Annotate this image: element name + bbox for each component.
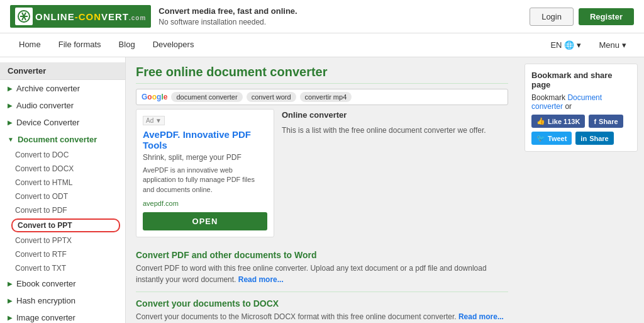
ad-label: Ad ▼ <box>143 116 165 125</box>
ad-box: Ad ▼ AvePDF. Innovative PDF Tools Shrink… <box>136 109 274 237</box>
menu-label: Menu <box>599 40 619 50</box>
section-pdf-to-word: Convert PDF and other documents to Word … <box>136 244 508 292</box>
register-button[interactable]: Register <box>579 8 634 25</box>
nav-blog[interactable]: Blog <box>110 33 144 57</box>
social-row-2: 🐦 Tweet in Share <box>531 132 631 145</box>
page-title: Free online document converter <box>136 65 508 84</box>
login-button[interactable]: Login <box>530 8 574 26</box>
section-desc: Convert PDF to word with this free onlin… <box>136 263 508 285</box>
tagline-strong: Convert media free, fast and online. <box>158 6 297 16</box>
tagline-sub: No software installation needed. <box>158 18 266 26</box>
sidebar-sub-convert-pdf[interactable]: Convert to PDF <box>0 203 125 217</box>
bookmark-box: Bookmark and share page Bookmark Documen… <box>525 64 638 152</box>
sidebar-item-archive[interactable]: ▶ Archive converter <box>0 80 125 97</box>
nav-file-formats[interactable]: File formats <box>50 33 110 57</box>
nav-menu[interactable]: Menu ▾ <box>591 35 634 55</box>
search-pill-document[interactable]: document converter <box>171 92 242 102</box>
thumbs-up-icon: 👍 <box>536 117 545 125</box>
open-button[interactable]: OPEN <box>143 212 267 230</box>
nav-right: EN 🌐 ▾ Menu ▾ <box>543 35 634 55</box>
linkedin-share-button[interactable]: in Share <box>575 132 613 145</box>
globe-icon: 🌐 <box>564 40 574 50</box>
linkedin-icon: in <box>580 135 587 142</box>
sidebar-sub-convert-pptx[interactable]: Convert to PPTX <box>0 234 125 247</box>
bookmark-text: Bookmark Document converter or <box>531 93 631 111</box>
share-icon: f <box>594 118 596 125</box>
ad-url: avepdf.com <box>143 200 267 207</box>
sidebar-item-document[interactable]: ▼ Document converter <box>0 131 125 148</box>
logo-text: ONLINE-CONVERT.com <box>35 11 146 22</box>
tweet-label: Tweet <box>548 135 567 142</box>
sidebar-label: Document converter <box>18 135 97 144</box>
logo[interactable]: ONLINE-CONVERT.com <box>10 5 151 28</box>
ad-converter-row: Ad ▼ AvePDF. Innovative PDF Tools Shrink… <box>136 109 508 237</box>
search-pill-word[interactable]: convert word <box>247 92 296 102</box>
ad-desc: AvePDF is an innovative web application … <box>143 166 267 195</box>
search-pill-mp4[interactable]: convertir mp4 <box>300 92 352 102</box>
sidebar-item-device[interactable]: ▶ Device Converter <box>0 114 125 131</box>
sidebar-label: Image converter <box>16 313 75 322</box>
bookmark-title: Bookmark and share page <box>531 71 631 89</box>
nav-language[interactable]: EN 🌐 ▾ <box>543 35 589 55</box>
main-layout: Converter ▶ Archive converter ▶ Audio co… <box>0 57 644 323</box>
arrow-icon: ▶ <box>8 119 13 126</box>
like-count: Like 113K <box>548 118 580 125</box>
nav: Home File formats Blog Developers EN 🌐 ▾… <box>0 33 644 57</box>
sidebar-sub-convert-ppt[interactable]: Convert to PPT <box>11 218 120 232</box>
sidebar-title: Converter <box>0 62 125 80</box>
linkedin-label: Share <box>589 135 609 142</box>
nav-developers[interactable]: Developers <box>144 33 203 57</box>
sidebar-label: Device Converter <box>16 118 79 127</box>
sidebar-label: Archive converter <box>16 84 80 93</box>
section-title[interactable]: Convert PDF and other documents to Word <box>136 250 508 260</box>
section-title[interactable]: Convert your documents to DOCX <box>136 298 508 309</box>
right-sidebar: Bookmark and share page Bookmark Documen… <box>518 57 644 323</box>
sidebar-sub-convert-doc[interactable]: Convert to DOC <box>0 148 125 162</box>
twitter-icon: 🐦 <box>536 134 545 142</box>
sidebar-label: Audio converter <box>16 101 74 110</box>
arrow-icon: ▶ <box>8 314 13 321</box>
sidebar-sub-convert-txt[interactable]: Convert to TXT <box>0 261 125 275</box>
twitter-tweet-button[interactable]: 🐦 Tweet <box>531 132 572 145</box>
section-desc: Convert your documents to the Microsoft … <box>136 311 508 322</box>
converter-desc-text: This is a list with the free online docu… <box>282 125 508 137</box>
logo-icon <box>15 8 33 25</box>
sidebar-item-hash[interactable]: ▶ Hash encryption <box>0 292 125 309</box>
sidebar-sub-convert-html[interactable]: Convert to HTML <box>0 176 125 190</box>
google-label: Google <box>142 93 167 101</box>
social-row-1: 👍 Like 113K f Share <box>531 115 631 128</box>
nav-left: Home File formats Blog Developers <box>10 33 203 57</box>
arrow-icon: ▶ <box>8 280 13 287</box>
read-more-link[interactable]: Read more... <box>238 275 284 284</box>
share-label: Share <box>599 118 618 125</box>
nav-home[interactable]: Home <box>10 33 50 57</box>
sidebar: Converter ▶ Archive converter ▶ Audio co… <box>0 57 126 323</box>
ad-title[interactable]: AvePDF. Innovative PDF Tools <box>143 129 267 150</box>
sidebar-label: Hash encryption <box>16 296 75 305</box>
menu-chevron-icon: ▾ <box>622 40 626 50</box>
sidebar-label: Ebook converter <box>16 279 76 288</box>
sidebar-item-audio[interactable]: ▶ Audio converter <box>0 97 125 114</box>
sidebar-sub-convert-rtf[interactable]: Convert to RTF <box>0 247 125 261</box>
arrow-icon: ▼ <box>8 136 14 143</box>
lang-chevron-icon: ▾ <box>577 40 581 50</box>
search-bar: Google document converter convert word c… <box>136 89 508 105</box>
read-more-link[interactable]: Read more... <box>458 312 504 321</box>
arrow-icon: ▶ <box>8 297 13 304</box>
facebook-like-button[interactable]: 👍 Like 113K <box>531 115 585 128</box>
sidebar-item-ebook[interactable]: ▶ Ebook converter <box>0 275 125 292</box>
section-to-docx: Convert your documents to DOCX Convert y… <box>136 292 508 323</box>
header: ONLINE-CONVERT.com Convert media free, f… <box>0 0 644 33</box>
lang-label: EN <box>550 40 562 50</box>
sidebar-item-image[interactable]: ▶ Image converter <box>0 309 125 323</box>
header-left: ONLINE-CONVERT.com Convert media free, f… <box>10 5 297 28</box>
converter-desc-title: Online converter <box>282 109 508 122</box>
ad-subtitle: Shrink, split, merge your PDF <box>143 153 267 162</box>
arrow-icon: ▶ <box>8 85 13 92</box>
sidebar-sub-convert-odt[interactable]: Convert to ODT <box>0 190 125 203</box>
converter-description: Online converter This is a list with the… <box>282 109 508 237</box>
facebook-share-button[interactable]: f Share <box>589 115 623 128</box>
sidebar-sub-convert-docx[interactable]: Convert to DOCX <box>0 162 125 176</box>
main-content: Free online document converter Google do… <box>126 57 518 323</box>
header-tagline: Convert media free, fast and online. No … <box>158 6 297 28</box>
